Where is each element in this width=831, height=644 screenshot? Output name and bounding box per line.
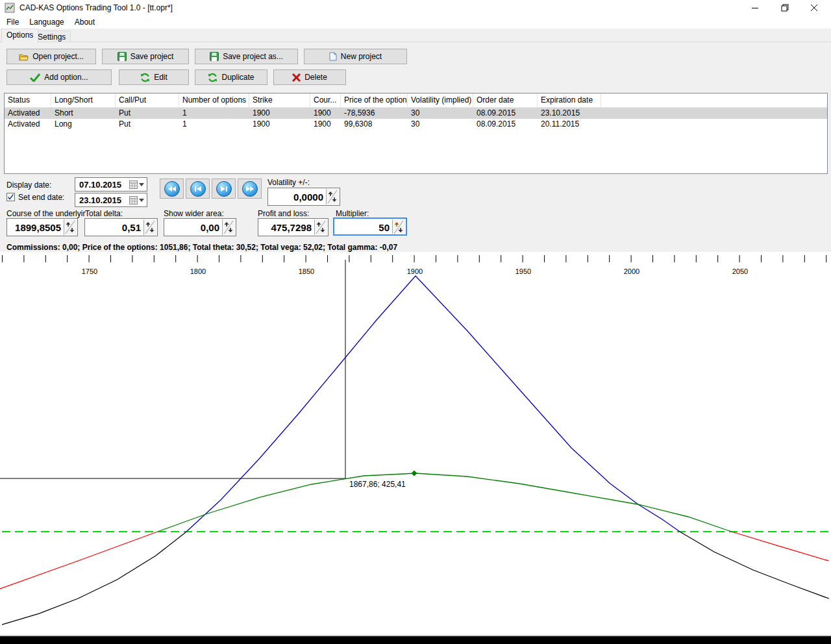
menu-bar: File Language About [0,16,831,29]
total-delta-value: 0,51 [85,219,143,236]
save-project-button[interactable]: Save project [102,49,189,64]
delete-button[interactable]: Delete [273,69,346,85]
table-cell: Long [51,119,116,130]
close-button[interactable] [799,0,828,16]
show-wider-area-field[interactable]: 0,00 [164,218,236,236]
column-header[interactable]: Expiration date [538,93,601,107]
show-wider-area-label: Show wider area: [164,209,224,218]
table-cell: 08.09.2015 [473,108,538,119]
spin-up-down-icon [327,189,338,204]
pnl-curve-segment [732,532,829,561]
table-cell: 1900 [310,108,341,119]
column-header[interactable]: Price of the option [341,93,408,107]
duplicate-refresh-icon [208,73,217,82]
tab-strip: Options Settings [0,29,831,42]
table-cell: Activated [5,119,51,130]
column-header[interactable]: Cour... [310,93,341,107]
edit-button[interactable]: Edit [119,69,189,85]
table-cell: -78,5936 [341,108,408,119]
column-header[interactable]: Call/Put [116,93,179,107]
totals-summary: Commissions: 0,00; Price of the options:… [6,243,397,252]
axis-tick-label: 1850 [299,267,314,275]
column-header[interactable]: Volatility (implied) [408,93,473,107]
spinner-buttons[interactable] [326,189,339,204]
pnl-curve-segment [186,276,680,532]
spinner-buttons[interactable] [222,219,235,235]
options-trading-tool-window: { "window": { "title": "CAD-KAS Options … [0,0,831,644]
previous-icon [190,181,206,197]
close-icon [810,4,818,12]
save-project-as-button[interactable]: Save project as... [195,49,298,64]
total-delta-field[interactable]: 0,51 [84,218,158,236]
table-cell: Short [51,108,116,119]
spinner-buttons[interactable] [314,219,327,235]
save-floppy-icon [118,52,127,61]
multiplier-field[interactable]: 50 [333,217,407,236]
add-option-label: Add option... [44,73,88,82]
profit-loss-field[interactable]: 475,7298 [258,218,329,236]
column-header[interactable]: Strike [249,93,310,107]
payoff-chart-canvas: 17501800185019001950200020501867,86; 425… [0,252,831,644]
window-title: CAD-KAS Options Trading Tool 1.0 - [tt.o… [19,3,173,12]
edit-label: Edit [154,73,167,82]
nav-previous-button[interactable] [186,179,210,199]
menu-about[interactable]: About [69,16,100,28]
course-underlying-value: 1899,8505 [7,219,63,236]
column-header[interactable]: Order date [473,93,538,107]
column-header[interactable]: Number of options [179,93,249,107]
spinner-buttons[interactable] [143,219,156,235]
restore-icon [781,4,789,12]
duplicate-button[interactable]: Duplicate [195,69,267,85]
new-page-icon [329,52,337,61]
restore-button[interactable] [770,0,799,16]
table-cell: Put [116,108,179,119]
pnl-curve-segment [156,473,732,532]
open-project-button[interactable]: Open project... [6,49,96,64]
duplicate-label: Duplicate [221,73,254,82]
spinner-buttons[interactable] [392,219,405,234]
column-header[interactable]: Long/Short [51,93,116,107]
column-header[interactable]: Status [5,93,51,107]
open-folder-icon [19,53,29,61]
skip-to-start-icon [164,181,180,197]
axis-tick-label: 2050 [732,267,748,275]
next-icon [216,181,232,197]
save-project-as-label: Save project as... [223,52,283,61]
dropdown-arrow-icon [139,199,144,202]
set-end-date-checkbox[interactable] [6,193,15,201]
minimize-button[interactable] [741,0,770,16]
course-underlying-field[interactable]: 1899,8505 [6,218,78,236]
profit-loss-value: 475,7298 [258,219,314,236]
add-option-button[interactable]: Add option... [6,69,112,85]
table-row[interactable]: ActivatedLongPut11900190099,63083008.09.… [5,119,827,130]
spinner-buttons[interactable] [64,219,77,235]
end-date-picker[interactable]: 23.10.2015 [75,193,147,207]
checkbox-check-icon [7,193,14,201]
end-date-value: 23.10.2015 [75,195,129,205]
table-header-row: StatusLong/ShortCall/PutNumber of option… [5,93,827,108]
table-cell: 1 [179,108,249,119]
set-end-date-label: Set end date: [18,193,64,202]
tab-options[interactable]: Options [1,29,38,43]
display-date-picker[interactable]: 07.10.2015 [75,177,147,192]
new-project-button[interactable]: New project [304,49,407,64]
axis-tick-label: 1950 [515,267,531,275]
show-wider-area-value: 0,00 [164,219,221,236]
nav-next-button[interactable] [212,179,236,199]
axis-tick-label: 1900 [407,267,423,275]
skip-to-end-icon [242,181,258,197]
table-body: ActivatedShortPut119001900-78,59363008.0… [5,108,827,130]
nav-last-button[interactable] [238,179,262,199]
volatility-label: Volatility +/-: [267,178,310,187]
current-price-marker [412,471,417,477]
table-cell: 20.11.2015 [538,119,601,130]
volatility-spin-field[interactable]: 0,0000 [267,188,340,206]
total-delta-label: Total delta: [85,209,123,218]
nav-first-button[interactable] [160,179,184,199]
menu-language[interactable]: Language [24,16,69,28]
menu-file[interactable]: File [1,16,24,28]
bottom-black-bar [0,636,831,644]
table-row[interactable]: ActivatedShortPut119001900-78,59363008.0… [5,108,827,119]
table-cell: Put [116,119,179,130]
delete-x-icon [292,73,301,82]
